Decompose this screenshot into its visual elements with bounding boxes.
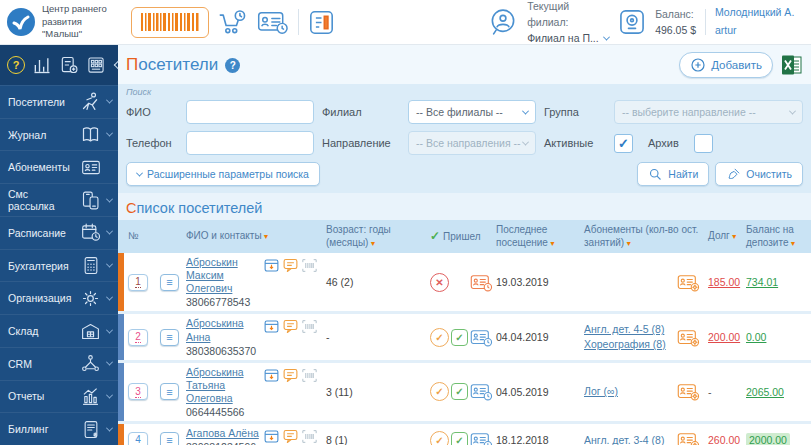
sidebar-item-subscriptions[interactable]: Абонементы [0, 150, 118, 183]
current-branch-select[interactable]: Филиал на П... [527, 30, 609, 46]
sidebar-item-accounting[interactable]: Бухгалтерия [0, 249, 118, 282]
row-number[interactable]: 1 [128, 274, 148, 291]
col-header-age[interactable]: Возраст: годы (месяцы)▼ [322, 220, 426, 253]
col-header-last-visit[interactable]: Последнее посещение▼ [492, 220, 580, 253]
visitor-name-link[interactable]: Аброськина Анна [186, 317, 244, 342]
find-button[interactable]: Найти [637, 162, 709, 186]
row-number[interactable]: 2 [128, 329, 148, 346]
visit-card-icon[interactable] [470, 382, 493, 401]
new-document-button[interactable] [59, 55, 79, 75]
visitor-name-link[interactable]: Аброськин Максим Олегович [186, 256, 238, 294]
export-excel-button[interactable] [781, 54, 803, 76]
calculator-button[interactable] [86, 55, 106, 75]
comment-icon[interactable] [282, 257, 299, 274]
barcode-icon[interactable] [301, 368, 318, 383]
barcode-icon[interactable] [301, 319, 318, 334]
collapse-sidebar-button[interactable] [113, 62, 121, 68]
came-check-circle-icon[interactable]: ✓ [430, 328, 449, 347]
archive-box-icon[interactable] [263, 318, 280, 335]
sidebar-item-label: Смс рассылка [8, 188, 74, 212]
archive-checkbox[interactable] [694, 134, 713, 153]
debt-value[interactable]: 260.00 [708, 434, 740, 445]
deposit-value[interactable]: 734.01 [746, 276, 778, 288]
page-help-icon[interactable]: ? [225, 58, 240, 73]
sidebar-item-visitors[interactable]: Посетители [0, 85, 118, 118]
stats-button[interactable] [32, 55, 52, 75]
subscription-link[interactable]: Англ. дет. 3-4 (8) [584, 433, 675, 445]
barcode-icon[interactable] [301, 429, 318, 444]
sidebar-item-label: Бухгалтерия [8, 260, 74, 272]
fio-input[interactable] [186, 100, 314, 124]
subscription-manage-icon[interactable] [677, 273, 700, 292]
barcode-button[interactable] [131, 7, 209, 38]
sidebar-item-crm[interactable]: CRM [0, 347, 118, 380]
subscription-link[interactable]: Лог (∞) [584, 384, 675, 399]
sidebar-item-billing[interactable]: Биллинг [0, 412, 118, 445]
col-header-debt[interactable]: Долг▼ [704, 220, 742, 253]
row-menu-button[interactable]: ≡ [160, 432, 179, 445]
col-header-name[interactable]: ФИО и контакты▼ [182, 220, 322, 253]
group-select[interactable]: -- выберите направление -- [614, 100, 803, 124]
not-came-icon[interactable]: ✕ [430, 273, 449, 292]
sidebar-item-journal[interactable]: Журнал [0, 118, 118, 151]
add-visitor-button[interactable]: Добавить [679, 52, 773, 78]
sidebar-item-sms[interactable]: Смс рассылка [0, 183, 118, 216]
visit-card-icon[interactable] [470, 273, 493, 292]
deposit-value[interactable]: 0.00 [746, 331, 766, 343]
col-header-deposit[interactable]: Баланс на депозите▼ [742, 220, 811, 253]
visitor-name-link[interactable]: Агапова Алёна [186, 427, 259, 439]
comment-icon[interactable] [282, 318, 299, 335]
came-check-square-icon[interactable]: ✓ [451, 329, 468, 346]
subscription-manage-icon[interactable] [677, 431, 700, 445]
comment-icon[interactable] [282, 367, 299, 384]
sidebar-item-organization[interactable]: Организация [0, 281, 118, 314]
sidebar-item-warehouse[interactable]: Склад [0, 314, 118, 347]
row-number[interactable]: 3 [128, 383, 148, 400]
row-menu-button[interactable]: ≡ [160, 383, 179, 400]
sale-cart-button[interactable] [218, 8, 248, 36]
col-header-came[interactable]: ✓Пришел [426, 220, 492, 253]
debt-value[interactable]: 185.00 [708, 276, 740, 288]
direction-select[interactable]: -- Все направления -- [408, 131, 536, 155]
sidebar-item-schedule[interactable]: Расписание [0, 216, 118, 249]
support-button[interactable] [488, 7, 518, 37]
user-login-link[interactable]: artur [715, 22, 803, 40]
row-number[interactable]: 4 [128, 432, 148, 445]
deposit-value[interactable]: 2065.00 [746, 386, 784, 398]
phone-input[interactable] [186, 131, 314, 155]
branch-select[interactable]: -- Все филиалы -- [408, 100, 536, 124]
came-check-square-icon[interactable]: ✓ [451, 383, 468, 400]
came-check-square-icon[interactable]: ✓ [451, 432, 468, 445]
subscription-manage-icon[interactable] [677, 382, 700, 401]
row-menu-button[interactable]: ≡ [160, 274, 179, 291]
advanced-search-button[interactable]: Расширенные параметры поиска [126, 162, 320, 186]
visitor-card-button[interactable] [257, 9, 289, 35]
comment-icon[interactable] [282, 428, 299, 445]
archive-box-icon[interactable] [263, 367, 280, 384]
help-button[interactable]: ? [7, 56, 25, 74]
archive-box-icon[interactable] [263, 257, 280, 274]
chevron-down-icon [106, 326, 113, 333]
debt-value[interactable]: - [708, 386, 712, 398]
report-panel-button[interactable] [308, 9, 335, 36]
clear-button[interactable]: Очистить [715, 162, 803, 186]
visit-card-icon[interactable] [470, 328, 493, 347]
cart-clock-icon [218, 8, 248, 36]
barcode-icon[interactable] [301, 258, 318, 273]
visit-card-icon[interactable] [470, 431, 493, 445]
row-menu-button[interactable]: ≡ [160, 329, 179, 346]
visitor-name-link[interactable]: Аброськина Татьяна Олеговна [186, 366, 244, 404]
active-checkbox[interactable] [614, 134, 633, 153]
subscription-manage-icon[interactable] [677, 328, 700, 347]
subscription-link[interactable]: Хореография (8) [584, 337, 675, 352]
came-check-circle-icon[interactable]: ✓ [430, 382, 449, 401]
col-header-subscriptions[interactable]: Абонементы (кол-во ост. занятий)▼ [580, 220, 704, 253]
came-check-circle-icon[interactable]: ✓ [430, 431, 449, 445]
subscription-link[interactable]: Англ. дет. 4-5 (8) [584, 322, 675, 337]
deposit-value[interactable]: 2000.00 [746, 433, 790, 445]
debt-value[interactable]: 200.00 [708, 331, 740, 343]
user-name-link[interactable]: Молодницкий А. [715, 4, 803, 22]
sidebar-item-reports[interactable]: Отчеты [0, 380, 118, 413]
archive-box-icon[interactable] [263, 428, 280, 445]
webcam-button[interactable] [618, 8, 646, 36]
